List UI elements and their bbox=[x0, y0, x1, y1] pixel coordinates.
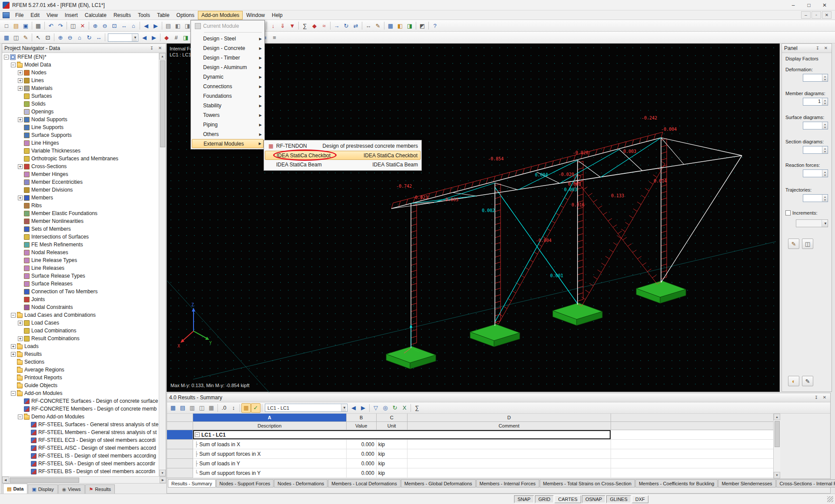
pan-button[interactable]: ↔ bbox=[119, 21, 129, 30]
tree-item-member-divisions[interactable]: Member Divisions bbox=[2, 186, 159, 194]
increments-checkbox[interactable] bbox=[785, 210, 791, 216]
previous-view2-button[interactable]: ◀ bbox=[140, 33, 149, 42]
results-vertical-scrollbar[interactable]: ▲ ▼ bbox=[773, 414, 780, 478]
tree-item-joints[interactable]: Joints bbox=[2, 295, 159, 303]
copy-button[interactable]: ◫ bbox=[68, 21, 78, 30]
submenu-item-idea-statica-beam[interactable]: IDEA StatiCa BeamIDEA StatiCa Beam bbox=[265, 160, 421, 169]
tree-item-fe-mesh-refinements[interactable]: FE Mesh Refinements bbox=[2, 241, 159, 249]
plus-box-icon[interactable]: + bbox=[18, 336, 23, 341]
menu-item-window[interactable]: Window bbox=[243, 11, 268, 20]
save-button[interactable]: ▣ bbox=[21, 21, 30, 30]
result-values-button[interactable]: # bbox=[171, 33, 181, 42]
menu-item-edit[interactable]: Edit bbox=[27, 11, 43, 20]
move-button[interactable]: → bbox=[332, 21, 341, 30]
status-toggle-cartes[interactable]: CARTES bbox=[554, 495, 581, 503]
show-navigator-button[interactable]: ◧ bbox=[395, 21, 405, 30]
refresh-button[interactable]: ↻ bbox=[390, 403, 400, 413]
nodal-load-button[interactable]: ⇓ bbox=[278, 21, 287, 30]
panel-onoff-button[interactable]: ◨ bbox=[181, 33, 190, 42]
submenu-item-rf-tendon[interactable]: ▦RF-TENDONDesign of prestressed concrete… bbox=[265, 141, 421, 151]
result-diagram-button[interactable]: ≈ bbox=[319, 21, 329, 30]
tree-item-ribs[interactable]: Ribs bbox=[2, 202, 159, 209]
tree-item-surface-releases[interactable]: Surface Releases bbox=[2, 280, 159, 288]
tree-item-variable-thicknesses[interactable]: Variable Thicknesses bbox=[2, 147, 159, 155]
submenu-item-idea-statica-checkbot[interactable]: IDEA StatiCa CheckbotIDEA StatiCa Checkb… bbox=[265, 151, 421, 160]
load-case-select[interactable]: LC1 - LC1▼ bbox=[265, 404, 347, 412]
select-window-button[interactable]: ⊡ bbox=[43, 33, 53, 42]
tab-display[interactable]: ▣Display bbox=[28, 484, 57, 494]
plus-box-icon[interactable]: + bbox=[18, 164, 23, 169]
tree-item-surface-supports[interactable]: Surface Supports bbox=[2, 131, 159, 139]
menu-item-add-on-modules[interactable]: Add-on Modules bbox=[198, 11, 243, 20]
tree-item-result-combinations[interactable]: +Result Combinations bbox=[2, 335, 159, 342]
scroll-up-icon[interactable]: ▲ bbox=[774, 414, 780, 420]
previous-view-button[interactable]: ◀ bbox=[141, 21, 151, 30]
results-tab-members-local-deformations[interactable]: Members - Local Deformations bbox=[328, 479, 400, 487]
tree-item-members[interactable]: +Members bbox=[2, 194, 159, 202]
results-pin-button[interactable]: ↧ bbox=[813, 394, 820, 401]
tab-views[interactable]: ◉Views bbox=[58, 484, 85, 494]
next-view2-button[interactable]: ▶ bbox=[149, 33, 159, 42]
plus-box-icon[interactable]: + bbox=[11, 344, 16, 349]
table-copy-button[interactable]: ◫ bbox=[11, 33, 21, 42]
zoom2-all-button[interactable]: ⌂ bbox=[75, 33, 84, 42]
show-panel-button[interactable]: ◨ bbox=[405, 21, 414, 30]
spinner-arrows-icon[interactable]: ▴▾ bbox=[822, 146, 828, 153]
tree-item-intersections-of-surfaces[interactable]: Intersections of Surfaces bbox=[2, 233, 159, 241]
collapse-box-icon[interactable]: − bbox=[195, 432, 200, 437]
trajectories-spinner[interactable]: ▴▾ bbox=[803, 194, 828, 202]
menu-item-towers[interactable]: Towers▶ bbox=[192, 110, 264, 120]
menu-item-design-steel[interactable]: Design - Steel▶ bbox=[192, 34, 264, 43]
scroll-left-icon[interactable]: ◀ bbox=[2, 477, 9, 483]
tree-item-printout-reports[interactable]: Printout Reports bbox=[2, 374, 159, 381]
menu-item-stability[interactable]: Stability▶ bbox=[192, 101, 264, 110]
open-file-button[interactable]: ▤ bbox=[11, 21, 21, 30]
menu-item-current-module[interactable]: Current Module bbox=[192, 21, 264, 31]
tree-item-line-hinges[interactable]: Line Hinges bbox=[2, 139, 159, 147]
status-toggle-osnap[interactable]: OSNAP bbox=[582, 495, 606, 503]
minus-box-icon[interactable]: − bbox=[18, 414, 23, 419]
zoom2-out-button[interactable]: ⊖ bbox=[65, 33, 75, 42]
maximize-button[interactable]: □ bbox=[801, 0, 817, 10]
tree-item-surfaces[interactable]: Surfaces bbox=[2, 92, 159, 100]
pan-view-button[interactable]: ↔ bbox=[94, 33, 104, 42]
tree-item-openings[interactable]: Openings bbox=[2, 108, 159, 116]
tree-item-lines[interactable]: +Lines bbox=[2, 76, 159, 84]
deformation-spinner[interactable]: ▴▾ bbox=[803, 74, 828, 82]
status-toggle-glines[interactable]: GLINES bbox=[606, 495, 631, 503]
tree-item-nodes[interactable]: +Nodes bbox=[2, 69, 159, 76]
results-tab-members-global-deformations[interactable]: Members - Global Deformations bbox=[401, 479, 476, 487]
spinner-arrows-icon[interactable]: ▴▾ bbox=[822, 74, 828, 81]
menu-item-tools[interactable]: Tools bbox=[134, 11, 154, 20]
spinner-arrows-icon[interactable]: ▴▾ bbox=[822, 98, 828, 105]
menu-item-foundations[interactable]: Foundations▶ bbox=[192, 91, 264, 101]
sort-button[interactable]: ↕ bbox=[229, 403, 238, 413]
tree-item-orthotropic-surfaces-and-membranes[interactable]: Orthotropic Surfaces and Membranes bbox=[2, 155, 159, 162]
tree-item-sets-of-members[interactable]: Sets of Members bbox=[2, 225, 159, 233]
zoom-in-button[interactable]: ⊕ bbox=[90, 21, 100, 30]
navigator-close-button[interactable]: ✕ bbox=[157, 45, 164, 52]
menu-item-insert[interactable]: Insert bbox=[61, 11, 81, 20]
results-table-button[interactable]: ▦ bbox=[168, 403, 178, 413]
colored-results-button[interactable]: ▦ bbox=[241, 403, 251, 413]
tree-item-surface-release-types[interactable]: Surface Release Types bbox=[2, 272, 159, 280]
tree-item-rf-steel-members-general-stress-analysis-of-st[interactable]: RF-STEEL Members - General stress analys… bbox=[2, 428, 159, 436]
menu-item-results[interactable]: Results bbox=[110, 11, 134, 20]
tab-results[interactable]: ⚑Results bbox=[85, 484, 115, 494]
reaction-forces-spinner[interactable]: ▴▾ bbox=[803, 169, 828, 177]
section-diagrams-spinner[interactable]: ▴▾ bbox=[803, 146, 828, 154]
rotate-view-button[interactable]: ↻ bbox=[84, 33, 94, 42]
mdi-minimize-button[interactable]: – bbox=[801, 11, 811, 19]
column-letter-A[interactable]: A bbox=[193, 414, 347, 422]
tree-item-member-elastic-foundations[interactable]: Member Elastic Foundations bbox=[2, 209, 159, 217]
tree-item-loads[interactable]: +Loads bbox=[2, 342, 159, 350]
table-row[interactable]: ├Sum of loads in X0.000kip bbox=[167, 440, 780, 449]
plus-box-icon[interactable]: + bbox=[18, 78, 23, 83]
full-view-button[interactable]: ⌂ bbox=[129, 21, 138, 30]
menu-item-file[interactable]: File bbox=[12, 11, 27, 20]
apply-factors-button[interactable]: ◫ bbox=[802, 239, 813, 249]
table-view-button[interactable]: ▦ bbox=[2, 33, 11, 42]
rotate-button[interactable]: ↻ bbox=[341, 21, 351, 30]
results-tab-members-total-strains-on-cross-section[interactable]: Members - Total Strains on Cross-Section bbox=[540, 479, 635, 487]
scroll-right-icon[interactable]: ▶ bbox=[160, 477, 166, 483]
